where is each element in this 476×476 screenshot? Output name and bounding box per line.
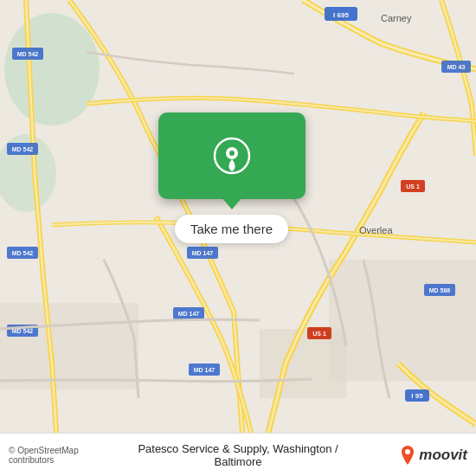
svg-text:MD 147: MD 147 — [192, 250, 214, 256]
svg-text:I 695: I 695 — [333, 11, 349, 19]
svg-text:MD 147: MD 147 — [194, 367, 215, 373]
moovit-brand-text: moovit — [419, 447, 467, 464]
svg-rect-3 — [0, 303, 138, 389]
popup-card — [158, 113, 306, 199]
svg-text:MD 588: MD 588 — [429, 287, 451, 293]
svg-point-37 — [405, 449, 410, 454]
location-popup: Take me there — [147, 113, 316, 243]
svg-text:MD 43: MD 43 — [447, 64, 466, 70]
svg-text:Overlea: Overlea — [359, 225, 393, 235]
moovit-logo: moovit — [353, 446, 468, 465]
moovit-pin-icon — [400, 446, 415, 465]
location-pin-icon — [213, 137, 251, 175]
svg-text:I 95: I 95 — [411, 392, 423, 400]
svg-rect-4 — [329, 260, 476, 381]
take-me-there-button[interactable]: Take me there — [175, 215, 288, 243]
svg-text:US 1: US 1 — [312, 331, 326, 337]
map-view: I 695 MD 542 MD 542 MD 542 MD 542 MD 43 … — [0, 0, 476, 433]
svg-text:MD 542: MD 542 — [17, 51, 39, 57]
svg-point-36 — [229, 151, 235, 156]
bottom-bar: © OpenStreetMap contributors Patesco Ser… — [0, 433, 476, 476]
svg-text:MD 147: MD 147 — [178, 311, 200, 317]
svg-text:US 1: US 1 — [406, 183, 420, 190]
osm-attribution: © OpenStreetMap contributors — [9, 446, 124, 465]
location-info: Patesco Service & Supply, Washington / B… — [124, 442, 353, 468]
svg-text:MD 542: MD 542 — [12, 146, 34, 152]
svg-text:MD 542: MD 542 — [12, 250, 34, 256]
svg-rect-5 — [260, 329, 346, 398]
svg-point-1 — [4, 13, 100, 125]
svg-text:Carney: Carney — [381, 13, 412, 23]
